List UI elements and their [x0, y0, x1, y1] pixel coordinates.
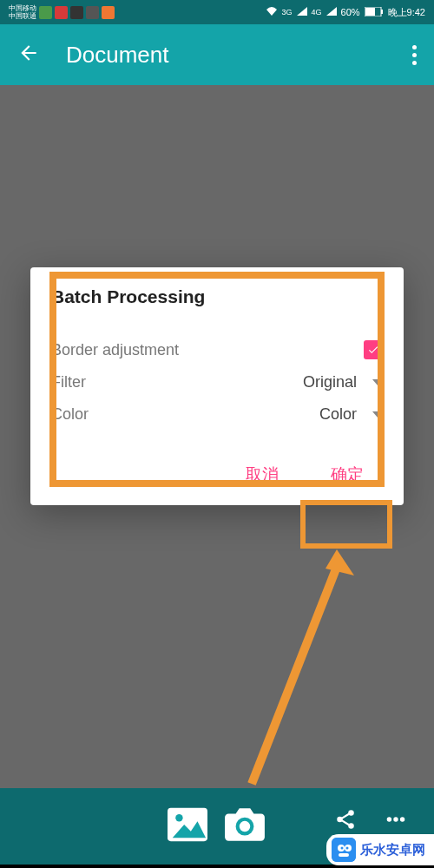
wifi-icon	[266, 6, 278, 18]
page-title: Document	[66, 42, 169, 69]
color-value: Color	[224, 405, 372, 424]
border-adjustment-label: Border adjustment	[51, 341, 364, 359]
svg-point-6	[175, 814, 182, 821]
watermark-logo-icon	[332, 838, 356, 862]
battery-icon	[365, 7, 384, 18]
overflow-menu-icon[interactable]	[412, 45, 417, 65]
chevron-down-icon	[372, 379, 383, 385]
svg-rect-1	[365, 8, 375, 16]
content-area: Batch Processing Border adjustment Filte…	[0, 85, 434, 788]
signal-icon-1	[297, 7, 307, 17]
app-icon-2	[55, 6, 68, 19]
svg-point-13	[393, 817, 398, 821]
back-arrow-icon[interactable]	[17, 42, 40, 68]
batch-processing-dialog: Batch Processing Border adjustment Filte…	[30, 267, 404, 505]
svg-point-14	[400, 817, 404, 821]
signal-icon-2	[326, 7, 337, 17]
svg-point-20	[341, 847, 344, 850]
watermark-text: 乐水安卓网	[360, 842, 425, 858]
svg-rect-2	[381, 10, 383, 14]
border-adjustment-checkbox[interactable]	[364, 340, 383, 359]
signal-4g: 4G	[312, 8, 322, 16]
border-adjustment-row: Border adjustment	[51, 333, 383, 366]
camera-icon[interactable]	[223, 806, 266, 846]
app-icon-5	[102, 6, 115, 19]
clock: 晚上9:42	[388, 6, 425, 19]
dialog-title: Batch Processing	[51, 286, 383, 307]
dialog-actions: 取消 确定	[51, 457, 383, 493]
carrier-labels: 中国移动 中国联通	[9, 4, 36, 20]
battery-percent: 60%	[341, 7, 360, 17]
confirm-button[interactable]: 确定	[320, 457, 374, 493]
filter-value: Original	[224, 373, 372, 391]
status-bar: 中国移动 中国联通 3G 4G 60% 晚上9:42	[0, 0, 434, 24]
cancel-button[interactable]: 取消	[235, 457, 289, 493]
svg-point-12	[387, 817, 391, 821]
app-icon-4	[86, 6, 99, 19]
svg-point-8	[240, 821, 251, 832]
filter-row[interactable]: Filter Original	[51, 366, 383, 398]
signal-3g: 3G	[282, 8, 293, 16]
gallery-icon[interactable]	[168, 807, 207, 845]
app-icon-1	[39, 6, 52, 19]
svg-rect-22	[339, 853, 349, 857]
status-left: 中国移动 中国联通	[9, 4, 115, 20]
watermark: 乐水安卓网	[326, 834, 434, 865]
svg-point-21	[346, 847, 349, 850]
app-icon-3	[70, 6, 83, 19]
color-row[interactable]: Color Color	[51, 398, 383, 431]
color-label: Color	[51, 405, 224, 424]
app-bar: Document	[0, 24, 434, 85]
filter-label: Filter	[51, 373, 224, 391]
chevron-down-icon	[372, 411, 383, 418]
status-right: 3G 4G 60% 晚上9:42	[266, 6, 425, 19]
